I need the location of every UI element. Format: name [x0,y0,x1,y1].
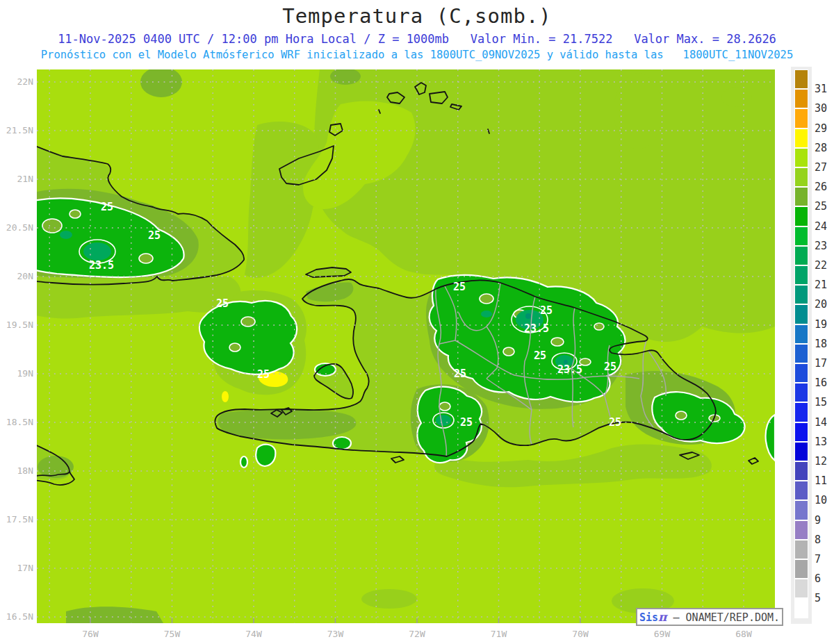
colorbar-segment [794,559,808,579]
stamp-pi-logo: π [658,610,667,624]
colorbar-segment [794,363,808,383]
contour-value-label: 25 [101,201,113,213]
contour-value-label: 23.5 [89,259,114,272]
colorbar-segment [794,206,808,226]
lon-label: 76W [70,629,111,640]
colorbar-segment [794,129,808,148]
colorbar-segment [794,187,808,206]
colorbar-segment [794,69,808,89]
colorbar-segment [794,246,808,265]
sea-cool-patch [721,88,752,107]
contour-value-label: 25 [609,416,621,429]
weather-map-page: Temperatura (C,somb.) 11-Nov-2025 0400 U… [0,0,834,644]
colorbar-segment [794,402,808,422]
colorbar-segment [794,108,808,128]
lat-label: 21N [1,174,33,185]
colorbar-segment [794,540,808,559]
colorbar-value: 20 [815,299,834,310]
colorbar-value: 8 [815,534,834,545]
lat-label: 18N [1,465,33,477]
contour-value-label: 25 [216,297,229,310]
colorbar-value: 21 [815,279,834,290]
colorbar-value: 31 [815,83,834,94]
colorbar-value: 23 [815,240,834,251]
colorbar-value: 5 [815,593,834,604]
temperature-map: 252523.52525252523.52523.525252525 [24,69,775,623]
colorbar-value: 15 [815,397,834,408]
colorbar-segment [794,226,808,246]
contour-value-label: 25 [453,281,466,293]
colorbar-value: 16 [815,377,834,388]
contour-value-label: 25 [534,349,546,362]
colorbar-segment [794,520,808,540]
contour-value-label: 25 [454,368,466,380]
contour-value-label: 23.5 [557,363,582,376]
lat-label: 16.5N [1,611,33,622]
page-title: Temperatura (C,somb.) [0,4,834,28]
colorbar-segment [794,422,808,442]
colorbar-segment [794,167,808,187]
colorbar-segment [794,344,808,363]
sea-cool-patch [361,589,417,609]
stamp-text: – ONAMET/REP.DOM. [667,611,780,624]
contour-value-label: 25 [540,304,553,317]
lat-label: 20.5N [1,222,33,233]
colorbar-value: 26 [815,181,834,192]
lon-label: 74W [233,629,275,640]
colorbar-value: 13 [815,436,834,447]
lon-label: 68W [723,629,764,640]
subtitle-datetime: 11-Nov-2025 0400 UTC / 12:00 pm Hora Loc… [0,32,834,46]
colorbar-segment [794,442,808,461]
lon-label: 75W [152,629,193,640]
colorbar-value: 25 [815,201,834,212]
colorbar-value: 19 [815,319,834,330]
colorbar-segment [794,285,808,304]
lon-label: 70W [559,629,601,640]
lat-label: 18.5N [1,417,33,428]
colorbar-value: 7 [815,554,834,565]
sispi-onamet-stamp: Sisπ – ONAMET/REP.DOM. [636,608,783,626]
map-fill-layer: 252523.52525252523.52523.525252525 [24,69,775,623]
colorbar-value: 11 [815,475,834,486]
colorbar-value: 28 [815,142,834,154]
sea-cool-patch [614,73,662,149]
contour-value-label: 25 [460,416,473,429]
contour-value-label: 25 [148,229,161,242]
contour-value-label: 23.5 [524,322,549,335]
colorbar-segment [794,598,808,618]
lat-label: 20N [1,271,33,282]
lon-label: 73W [315,629,357,640]
lat-label: 17N [1,563,33,574]
colorbar-value: 29 [815,123,834,134]
lat-label: 22N [1,76,33,88]
stamp-sis: Sis [639,611,658,624]
colorbar-segment [794,579,808,598]
colorbar-segment [794,500,808,520]
colorbar-value: 17 [815,358,834,369]
colorbar-value: 27 [815,162,834,173]
colorbar-value: 9 [815,515,834,526]
colorbar-segment [794,324,808,344]
lat-label: 17.5N [1,514,33,525]
colorbar-value: 18 [815,338,834,349]
colorbar-segment [794,304,808,324]
colorbar-value: 10 [815,495,834,506]
colorbar-value: 6 [815,573,834,584]
colorbar-value: 14 [815,417,834,428]
colorbar-value: 12 [815,456,834,467]
lon-label: 69W [641,629,683,640]
colorbar-segment [794,89,808,108]
subtitle-model-info: Pronóstico con el Modelo Atmósferico WRF… [0,49,834,61]
colorbar-segment [794,383,808,402]
colorbar-value: 22 [815,260,834,271]
contour-value-label: 25 [604,361,616,373]
colorbar-segment [794,461,808,481]
colorbar-value: 30 [815,103,834,114]
contour-value-label: 25 [257,368,270,381]
lon-label: 72W [396,629,438,640]
lat-label: 19N [1,368,33,379]
lat-label: 21.5N [1,125,33,136]
colorbar-segment [794,481,808,500]
colorbar-segment [794,148,808,167]
lon-label: 71W [478,629,520,640]
